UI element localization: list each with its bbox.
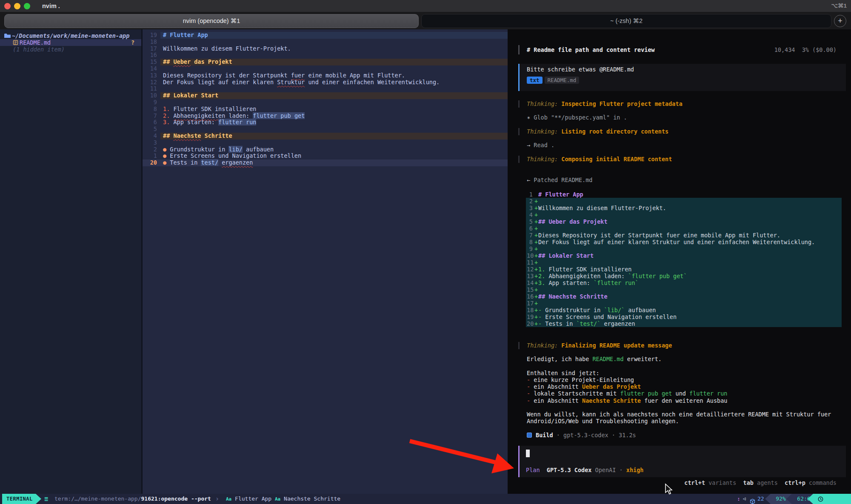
- line-number: 19: [143, 32, 157, 39]
- text-segment: OpenAI: [595, 467, 616, 473]
- zoom-window-button[interactable]: [24, 3, 30, 9]
- diff-plus-sign: +: [534, 307, 538, 313]
- line-number: 5: [143, 126, 157, 133]
- diff-line: 19+- Erste Screens und Navigation erstel…: [526, 313, 842, 320]
- thinking-line: Thinking: Inspecting Flutter project met…: [518, 100, 683, 108]
- triangle-icon: ◁: [743, 494, 746, 504]
- diff-line-number: 14: [527, 279, 533, 286]
- text-segment: aufbauen: [243, 146, 274, 153]
- text-segment: 1.: [163, 105, 173, 112]
- buffer-tab-naechste-schritte[interactable]: Aa Naechste Schritte: [275, 494, 340, 504]
- window-shortcut: ⌥⌘1: [831, 0, 847, 12]
- text-segment: eine kurze Projekt-Einleitung: [534, 376, 634, 383]
- text-segment: flutter run: [689, 390, 727, 397]
- assistant-message: Android/iOS/Web und Troubleshooting anle…: [527, 418, 679, 425]
- text-segment: · gpt-5.3-codex · 31.2s: [553, 432, 636, 439]
- editor-line-text: 2. Abhaengigkeiten laden: flutter pub ge…: [163, 113, 305, 120]
- diff-plus-sign: +: [534, 279, 538, 286]
- thinking-title: Inspecting Flutter project metadata: [558, 100, 683, 107]
- diff-plus-sign: +: [534, 293, 538, 300]
- nvim-editor[interactable]: 19# Flutter App1817Willkommen zu diesem …: [143, 29, 508, 494]
- text-segment: lokale Startschritte mit: [534, 390, 620, 397]
- diff-line: 3+Willkommen zu diesem Flutter-Projekt.: [526, 205, 842, 211]
- diff-line: 9+: [526, 245, 842, 252]
- build-agent-icon: [527, 433, 532, 438]
- diff-line-number: 9: [527, 245, 533, 252]
- plugin-count: 22: [757, 494, 764, 504]
- diff-line-text: 1. Flutter SDK installieren: [538, 266, 631, 273]
- minimize-window-button[interactable]: [14, 3, 20, 9]
- editor-line: 20● Tests in test/ ergaenzen: [143, 159, 508, 166]
- diff-line-number: 10: [527, 252, 533, 259]
- readme-scroll-icon: [13, 40, 18, 45]
- diff-plus-sign: +: [534, 259, 538, 266]
- package-icon: [750, 496, 755, 504]
- diff-line: 7+Dieses Repository ist der Startpunkt f…: [526, 232, 842, 239]
- diff-line-number: 20: [527, 320, 533, 327]
- diff-line-text: 3. App starten: `flutter run`: [538, 279, 639, 286]
- diff-plus-sign: +: [534, 320, 538, 327]
- diff-line-number: 5: [527, 218, 533, 225]
- editor-line-text: ## Ueber das Projekt: [163, 59, 232, 65]
- diff-line-number: 15: [527, 286, 533, 293]
- assistant-message: - ein Abschnitt Ueber das Projekt: [527, 383, 641, 390]
- tab-zsh[interactable]: ~ (-zsh) ⌘2: [421, 14, 831, 28]
- line-number: 1: [143, 153, 157, 159]
- tab-nvim-opencode[interactable]: nvim (opencode) ⌘1: [4, 14, 419, 28]
- editor-line-text: ## Naechste Schritte: [163, 133, 232, 140]
- diff-line-number: 7: [527, 232, 533, 239]
- tool-text: Read .: [530, 142, 554, 148]
- text-segment: -: [527, 376, 534, 383]
- line-number: 3: [143, 140, 157, 146]
- file-tree-item-readme[interactable]: README.md ?: [0, 39, 141, 46]
- text-segment: ein Abschnitt: [534, 383, 582, 390]
- text-segment: ## Lokaler Start: [538, 252, 594, 259]
- tool-call-line: ← Patched README.md: [527, 177, 592, 184]
- folder-icon: [4, 33, 11, 38]
- text-segment: ## Lokaler Start: [163, 92, 218, 99]
- thinking-line: Thinking: Listing root directory content…: [518, 128, 668, 135]
- text-segment: -: [538, 320, 542, 327]
- text-cursor: [526, 450, 530, 457]
- file-tree: ~/Documents/work/meine-moneten-app READM…: [0, 29, 141, 494]
- text-segment: flutter run: [218, 119, 256, 125]
- diff-plus-sign: +: [534, 205, 538, 211]
- diff-line-number: 2: [527, 198, 533, 205]
- new-tab-button[interactable]: +: [834, 15, 846, 27]
- editor-line-text: Willkommen zu diesem Flutter-Projekt.: [163, 46, 291, 52]
- terminal-window: nvim . ⌥⌘1 nvim (opencode) ⌘1 ~ (-zsh) ⌘…: [0, 0, 851, 504]
- tool-icon: ∗: [527, 114, 530, 121]
- prompt-input[interactable]: Plan GPT-5.3 Codex OpenAI · xhigh: [518, 446, 846, 477]
- text-segment: `lib/`: [604, 307, 625, 313]
- text-segment: Tests in: [542, 320, 576, 327]
- model-selector[interactable]: Plan GPT-5.3 Codex OpenAI · xhigh: [526, 467, 643, 473]
- buffer-tab-flutter-app[interactable]: Aa Flutter App: [226, 494, 271, 504]
- tool-call-line: → Read .: [527, 142, 554, 149]
- text-segment: App starten:: [545, 279, 594, 286]
- diff-line-text: 2. Abhaengigkeiten laden: `flutter pub g…: [538, 273, 687, 279]
- text-segment: das Projekt: [191, 58, 232, 65]
- diff-line-number: 1: [527, 191, 533, 198]
- editor-line-text: 3. App starten: flutter run: [163, 119, 256, 126]
- terminal-buffer-path: term:/…/meine-moneten-app/91621:opencode…: [54, 494, 211, 504]
- attachment-chips: txtREADME.md: [527, 77, 579, 84]
- diff-plus-sign: +: [534, 218, 538, 225]
- text-segment: Ueber das Projekt: [582, 383, 641, 390]
- text-segment: Erledigt, ich habe: [527, 356, 592, 362]
- editor-line: 11: [143, 85, 508, 92]
- editor-line-text: # Flutter App: [163, 32, 208, 39]
- close-window-button[interactable]: [4, 3, 11, 9]
- text-segment: Der Fokus liegt auf einer klaren Struktu…: [538, 239, 815, 245]
- file-tree-root[interactable]: ~/Documents/work/meine-moneten-app: [0, 32, 141, 39]
- text-segment: GPT-5.3 Codex: [547, 467, 592, 473]
- line-number: 14: [143, 65, 157, 72]
- text-segment: ## Ueber das Projekt: [538, 218, 608, 225]
- keyboard-hints: ctrl+t variants tab agents ctrl+p comman…: [684, 479, 837, 487]
- assistant-message: Wenn du willst, kann ich als naechstes n…: [527, 411, 831, 418]
- text-segment: 3.: [163, 119, 173, 125]
- agent-status-line: Build · gpt-5.3-codex · 31.2s: [527, 432, 636, 439]
- tab-bar: nvim (opencode) ⌘1 ~ (-zsh) ⌘2 +: [0, 12, 851, 29]
- editor-line-text: Dieses Repository ist der Startpunkt fue…: [163, 72, 405, 79]
- editor-line: 18: [143, 39, 508, 46]
- assistant-message: - eine kurze Projekt-Einleitung: [527, 376, 634, 384]
